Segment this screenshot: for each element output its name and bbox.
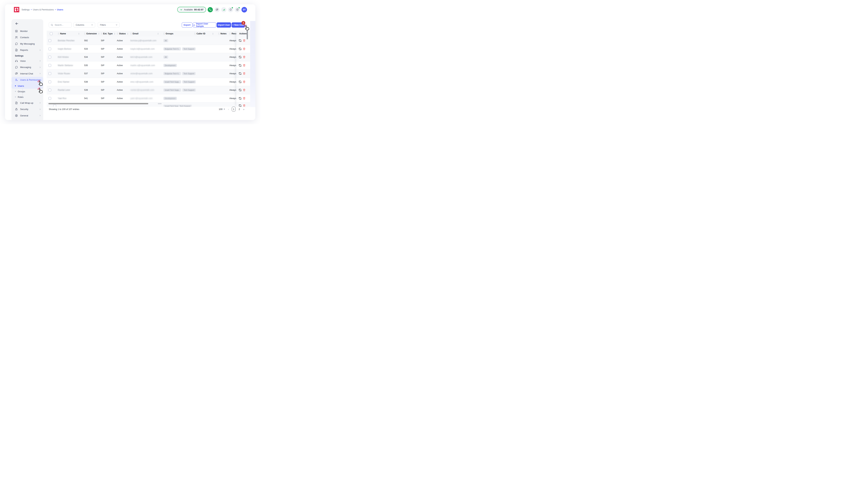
sidebar-subitem-roles[interactable]: Roles: [12, 94, 43, 100]
sidebar-item-call-wrap-up[interactable]: Call Wrap-up: [12, 100, 43, 106]
breadcrumb-users[interactable]: Users: [57, 8, 63, 11]
sidebar-item-general[interactable]: General: [12, 112, 43, 119]
page-1-button[interactable]: 1: [232, 107, 236, 112]
availability-status-pill[interactable]: Available 00:42:07: [177, 7, 206, 13]
messaging-button[interactable]: [215, 7, 220, 12]
chevron-right-icon[interactable]: [39, 60, 41, 62]
chevron-right-icon[interactable]: [39, 102, 41, 104]
select-all-checkbox[interactable]: [50, 32, 53, 35]
import-user-button[interactable]: Import User: [217, 23, 231, 28]
sidebar-item-messaging[interactable]: Messaging: [12, 64, 43, 71]
help-button[interactable]: [235, 7, 240, 12]
sort-icon[interactable]: [157, 33, 159, 35]
sidebar-item-contacts[interactable]: Contacts: [12, 34, 43, 41]
call-quality-button[interactable]: [221, 7, 226, 12]
delete-user-icon[interactable]: [243, 39, 246, 42]
row-checkbox[interactable]: [49, 47, 51, 50]
sort-icon[interactable]: [126, 33, 129, 35]
delete-user-icon[interactable]: [243, 72, 246, 75]
refresh-icon[interactable]: [239, 104, 242, 107]
sidebar-subitem-label: Users: [18, 85, 24, 87]
sidebar-subitem-groups[interactable]: Groups: [12, 89, 43, 94]
horizontal-scrollbar[interactable]: [49, 103, 148, 104]
row-checkbox[interactable]: [53, 104, 56, 107]
delete-user-icon[interactable]: [243, 56, 246, 58]
chevron-right-icon[interactable]: [39, 72, 41, 75]
search-input[interactable]: [54, 24, 70, 26]
drag-icon[interactable]: [194, 33, 196, 35]
row-actions: [236, 53, 250, 61]
collapse-sidebar-button[interactable]: [15, 22, 19, 26]
drag-icon[interactable]: [84, 33, 86, 35]
breadcrumb-users-permissions[interactable]: Users & Permissions: [33, 8, 54, 11]
drag-icon[interactable]: [58, 33, 59, 35]
sidebar-item-security[interactable]: Security: [12, 106, 43, 113]
sidebar-subitem-users[interactable]: Users: [12, 83, 43, 89]
chevron-right-icon[interactable]: [39, 66, 41, 68]
brand-logo-icon[interactable]: [14, 7, 19, 12]
import-user-sample-button[interactable]: Import User Sample: [193, 23, 216, 28]
drag-icon[interactable]: [130, 33, 132, 35]
sort-icon[interactable]: [98, 33, 99, 35]
row-checkbox[interactable]: [49, 72, 51, 75]
cell-status: Active: [115, 48, 129, 50]
sidebar-subitem-label: Roles: [18, 96, 24, 98]
sidebar-item-my-messaging[interactable]: My Messaging: [12, 41, 43, 47]
reset-password-icon[interactable]: [239, 72, 242, 75]
sidebar-item-internal-chat[interactable]: Internal Chat: [12, 70, 43, 77]
drag-icon[interactable]: [163, 33, 165, 35]
sidebar-item-monitor[interactable]: Monitor: [12, 28, 43, 34]
row-checkbox[interactable]: [49, 81, 51, 83]
delete-user-icon[interactable]: [243, 89, 246, 91]
sidebar-item-users-permissions[interactable]: Users & Permissions: [12, 77, 43, 83]
cell-status: Active: [115, 89, 129, 91]
row-checkbox[interactable]: [49, 64, 51, 67]
delete-user-icon[interactable]: [243, 97, 246, 100]
table-row-1: Borislav Penchev592SIPActiveborislav.p@s…: [47, 37, 250, 45]
columns-dropdown[interactable]: Columns: [73, 22, 95, 28]
reset-password-icon[interactable]: [239, 81, 242, 83]
reset-password-icon[interactable]: [239, 97, 242, 100]
sort-icon[interactable]: [212, 33, 214, 35]
vertical-scrollbar[interactable]: [247, 30, 248, 39]
chevron-right-icon[interactable]: [39, 108, 41, 110]
row-checkbox[interactable]: [49, 97, 51, 100]
sidebar-item-reports[interactable]: Reports: [12, 47, 43, 54]
sidebar-item-voice[interactable]: Voice: [12, 58, 43, 64]
reset-password-icon[interactable]: [239, 47, 242, 50]
delete-user-icon[interactable]: [243, 81, 246, 83]
drag-icon[interactable]: [229, 33, 231, 35]
row-checkbox[interactable]: [49, 39, 51, 42]
reset-password-icon[interactable]: [239, 56, 242, 58]
reset-password-icon[interactable]: [239, 64, 242, 67]
table-row-5: Victor Rusev537SIPActivevictor@squaretal…: [47, 70, 250, 78]
row-checkbox[interactable]: [49, 56, 51, 58]
notifications-button[interactable]: [228, 7, 233, 12]
trash-icon[interactable]: [243, 104, 246, 107]
sort-icon[interactable]: [78, 33, 80, 35]
sort-icon[interactable]: [113, 33, 115, 35]
sidebar-item-label: Voice: [20, 60, 37, 62]
reset-password-icon[interactable]: [239, 89, 242, 91]
filters-dropdown[interactable]: Filters: [98, 22, 120, 28]
drag-icon[interactable]: [101, 33, 102, 35]
page-2-button[interactable]: 2: [238, 108, 240, 111]
call-button[interactable]: [208, 7, 213, 12]
delete-user-icon[interactable]: [243, 47, 246, 50]
breadcrumb-settings[interactable]: Settings: [22, 8, 30, 11]
help-icon: [236, 8, 239, 11]
reset-password-icon[interactable]: [239, 39, 242, 42]
export-button[interactable]: Export: [182, 23, 192, 28]
prev-page-button[interactable]: ‹: [228, 108, 229, 111]
chat-double-icon: [216, 8, 218, 11]
drag-icon[interactable]: [117, 33, 118, 35]
page-size-value: 100: [219, 108, 223, 111]
next-page-button[interactable]: ›: [243, 108, 245, 111]
drag-icon[interactable]: [218, 33, 220, 35]
chevron-right-icon[interactable]: [39, 114, 41, 117]
chevron-right-icon[interactable]: [39, 49, 41, 51]
delete-user-icon[interactable]: [243, 64, 246, 67]
page-size-selector[interactable]: 100: [219, 108, 225, 111]
row-checkbox[interactable]: [49, 89, 51, 91]
user-avatar[interactable]: DT: [242, 7, 247, 13]
